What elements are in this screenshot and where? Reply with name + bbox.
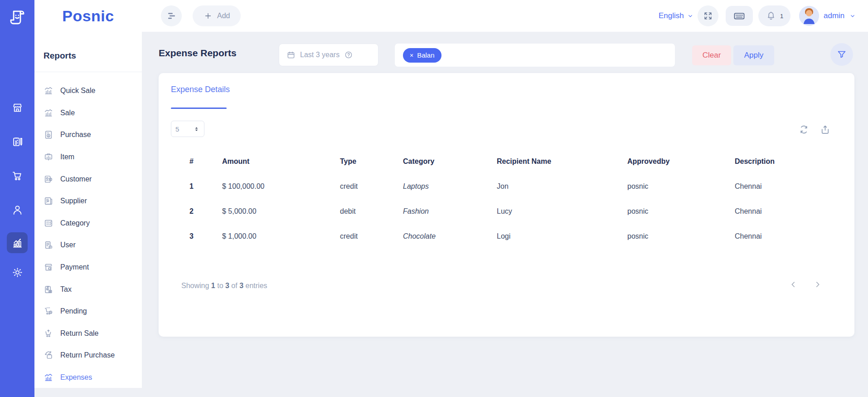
page-size-value: 5 [175, 125, 179, 133]
sidebar-item-purchase[interactable]: Purchase [34, 124, 142, 146]
keyboard-icon [733, 10, 746, 22]
sidebar-item-label: Payment [60, 263, 89, 271]
page-size-input[interactable]: 5 [171, 121, 204, 137]
cell-approvedby: posnic [618, 224, 726, 249]
cell-recipient: Jon [488, 174, 618, 199]
clipboard-pen-icon [11, 136, 24, 148]
summary-text: entries [246, 282, 267, 289]
summary-to: 3 [225, 282, 229, 289]
sidebar-item-pending[interactable]: Pending [34, 300, 142, 323]
cell-amount: $ 100,000.00 [213, 174, 331, 199]
sidebar-item-label: Supplier [60, 197, 87, 205]
apply-button[interactable]: Apply [733, 45, 774, 65]
divider [34, 72, 142, 72]
rail-item-cart[interactable] [7, 165, 28, 186]
export-icon[interactable] [820, 124, 831, 135]
col-header-type: Type [331, 149, 394, 174]
rail-item-reports[interactable] [7, 232, 28, 253]
language-dropdown[interactable]: English [659, 0, 694, 32]
report-icon [44, 196, 53, 206]
col-header-num: # [180, 149, 213, 174]
user-doc-icon [44, 240, 53, 250]
sidebar-item-customer[interactable]: Customer [34, 168, 142, 190]
cell-description: Chennai [726, 224, 836, 249]
summary-text: to [217, 282, 223, 289]
date-range-filter[interactable]: Last 3 years [279, 44, 378, 66]
page-title: Expense Reports [159, 48, 237, 59]
rail-item-settings[interactable] [7, 262, 28, 283]
recipient-tag-input[interactable]: × Balan [394, 43, 675, 67]
close-icon[interactable]: × [410, 52, 413, 59]
sidebar-item-quick-sale[interactable]: Quick Sale [34, 80, 142, 102]
sidebar-item-label: Return Sale [60, 329, 99, 338]
brand-logo[interactable] [0, 0, 34, 34]
username-label: admin [824, 11, 844, 20]
sidebar-item-user[interactable]: User [34, 234, 142, 256]
col-header-recipient: Recipient Name [488, 149, 618, 174]
question-icon [344, 50, 353, 59]
sidebar-item-label: Expenses [60, 373, 92, 382]
cell-type: credit [331, 224, 394, 249]
fullscreen-button[interactable] [698, 5, 718, 26]
date-range-value: Last 3 years [300, 51, 339, 59]
sidebar-item-label: Purchase [60, 131, 91, 139]
tab-expense-details[interactable]: Expense Details [171, 85, 230, 94]
sidebar-item-label: Return Purchase [60, 351, 115, 359]
clear-button[interactable]: Clear [692, 45, 731, 65]
next-page-icon[interactable] [813, 279, 823, 289]
keyboard-button[interactable] [726, 6, 753, 26]
sidebar-item-category[interactable]: Category [34, 212, 142, 235]
invoice-icon [44, 130, 53, 140]
chevron-down-icon [849, 12, 856, 20]
cell-category: Chocolate [394, 224, 488, 249]
cell-amount: $ 1,000.00 [213, 224, 331, 249]
cell-type: credit [331, 174, 394, 199]
rail-item-store[interactable] [7, 97, 28, 118]
sidebar: Posnic Reports Quick Sale Sale Purchase … [34, 0, 142, 388]
summary-total: 3 [239, 282, 243, 289]
sidebar-item-label: Category [60, 219, 90, 227]
sidebar-item-item[interactable]: Item [34, 146, 142, 168]
brand-name[interactable]: Posnic [62, 7, 114, 25]
board-icon [44, 152, 53, 162]
app-root: Posnic Reports Quick Sale Sale Purchase … [0, 0, 868, 397]
user-menu[interactable]: admin [799, 0, 856, 32]
sidebar-item-expenses[interactable]: Expenses [34, 367, 142, 389]
add-button[interactable]: Add [193, 5, 241, 26]
topbar: Add English 1 admin [142, 0, 868, 32]
sidebar-item-sale[interactable]: Sale [34, 102, 142, 124]
col-header-approvedby: Approvedby [618, 149, 726, 174]
table-tools [798, 124, 831, 135]
sidebar-item-payment[interactable]: Payment [34, 256, 142, 279]
icon-rail [0, 0, 34, 397]
summary-from: 1 [211, 282, 215, 289]
table-row: 1 $ 100,000.00 credit Laptops Jon posnic… [180, 174, 836, 199]
sidebar-item-label: Sale [60, 109, 75, 117]
cell-num: 1 [180, 174, 213, 199]
cell-num: 3 [180, 224, 213, 249]
rail-item-orders[interactable] [7, 131, 28, 152]
expense-table: # Amount Type Category Recipient Name Ap… [180, 149, 836, 249]
sidebar-item-supplier[interactable]: Supplier [34, 190, 142, 212]
sidebar-section-title: Reports [44, 51, 76, 61]
clipboard-calculator-icon [44, 284, 53, 294]
col-header-description: Description [726, 149, 836, 174]
rail-item-users[interactable] [7, 199, 28, 220]
chart-columns-icon [44, 372, 53, 382]
cell-description: Chennai [726, 199, 836, 224]
stepper-icon [193, 126, 200, 132]
funnel-icon [836, 49, 847, 60]
sidebar-item-return-sale[interactable]: Return Sale [34, 323, 142, 345]
sidebar-item-return-purchase[interactable]: Return Purchase [34, 344, 142, 367]
cart-icon [11, 170, 24, 182]
previous-page-icon[interactable] [788, 279, 798, 289]
sidebar-item-tax[interactable]: Tax [34, 278, 142, 300]
avatar [799, 6, 819, 26]
table-header-row: # Amount Type Category Recipient Name Ap… [180, 149, 836, 174]
add-button-label: Add [217, 12, 230, 20]
expense-details-card: Expense Details 5 # Amount Type Category… [159, 73, 854, 337]
filter-toggle-button[interactable] [830, 43, 853, 66]
layout-menu-button[interactable] [161, 5, 182, 26]
notifications-button[interactable]: 1 [758, 5, 790, 26]
refresh-icon[interactable] [798, 124, 810, 135]
